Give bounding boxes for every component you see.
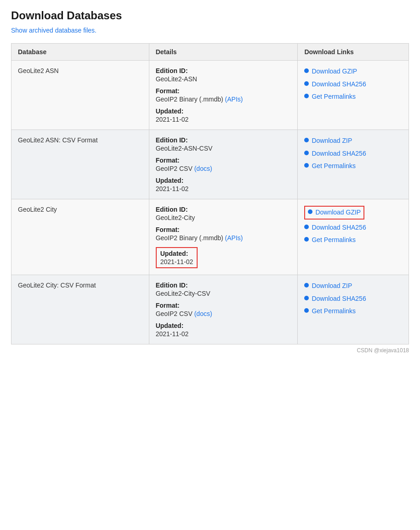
download-link[interactable]: Get Permalinks bbox=[312, 92, 356, 101]
format-link[interactable]: (docs) bbox=[194, 165, 212, 172]
download-link[interactable]: Download SHA256 bbox=[312, 223, 366, 232]
details-cell: Edition ID:GeoLite2-CityFormat:GeoIP2 Bi… bbox=[149, 199, 298, 275]
updated-label: Updated: bbox=[160, 250, 193, 257]
edition-id-label: Edition ID: bbox=[156, 282, 291, 289]
download-link[interactable]: Download SHA256 bbox=[312, 294, 366, 304]
download-link-item: Download SHA256 bbox=[304, 223, 402, 232]
bullet-dot bbox=[304, 81, 309, 86]
updated-value: 2021-11-02 bbox=[160, 258, 193, 265]
download-links-cell: Download GZIPDownload SHA256Get Permalin… bbox=[298, 61, 409, 130]
format-label: Format: bbox=[156, 226, 291, 233]
download-link[interactable]: Download ZIP bbox=[312, 282, 352, 291]
updated-label: Updated: bbox=[156, 177, 291, 184]
download-link[interactable]: Download ZIP bbox=[312, 136, 352, 146]
watermark: CSDN @xiejava1018 bbox=[11, 347, 409, 354]
updated-container: Updated:2021-11-02 bbox=[156, 322, 291, 338]
db-name: GeoLite2 ASN: CSV Format bbox=[18, 136, 98, 144]
bullet-dot bbox=[304, 308, 309, 313]
bullet-dot bbox=[304, 94, 309, 98]
download-links-cell: Download ZIPDownload SHA256Get Permalink… bbox=[298, 130, 409, 199]
download-link[interactable]: Get Permalinks bbox=[312, 236, 356, 245]
format-link[interactable]: (APIs) bbox=[225, 96, 243, 103]
download-link[interactable]: Get Permalinks bbox=[312, 162, 356, 171]
updated-value: 2021-11-02 bbox=[156, 330, 291, 338]
db-name: GeoLite2 ASN bbox=[18, 67, 59, 74]
format-value: GeoIP2 Binary (.mmdb) (APIs) bbox=[156, 234, 291, 242]
bullet-dot bbox=[304, 283, 309, 288]
col-header-download-links: Download Links bbox=[298, 44, 409, 61]
col-header-database: Database bbox=[11, 44, 149, 61]
bullet-dot bbox=[304, 237, 309, 242]
details-cell: Edition ID:GeoLite2-ASN-CSVFormat:GeoIP2… bbox=[149, 130, 298, 199]
edition-id-label: Edition ID: bbox=[156, 67, 291, 74]
edition-id-value: GeoLite2-ASN bbox=[156, 75, 291, 83]
format-link[interactable]: (docs) bbox=[194, 310, 212, 317]
format-label: Format: bbox=[156, 87, 291, 95]
format-value: GeoIP2 CSV (docs) bbox=[156, 165, 291, 172]
edition-id-value: GeoLite2-City bbox=[156, 214, 291, 221]
db-name: GeoLite2 City: CSV Format bbox=[18, 282, 96, 289]
format-value: GeoIP2 CSV (docs) bbox=[156, 310, 291, 317]
updated-label: Updated: bbox=[156, 322, 291, 329]
download-link-item: Download SHA256 bbox=[304, 294, 402, 304]
download-link-item: Download SHA256 bbox=[304, 80, 402, 89]
format-link[interactable]: (APIs) bbox=[225, 234, 243, 242]
table-row: GeoLite2 ASNEdition ID:GeoLite2-ASNForma… bbox=[11, 61, 409, 130]
col-header-details: Details bbox=[149, 44, 298, 61]
table-row: GeoLite2 City: CSV FormatEdition ID:GeoL… bbox=[11, 275, 409, 344]
download-links-cell: Download ZIPDownload SHA256Get Permalink… bbox=[298, 275, 409, 344]
bullet-dot bbox=[304, 151, 309, 155]
download-link-item: Get Permalinks bbox=[304, 92, 402, 101]
download-link-item: Download GZIP bbox=[304, 206, 364, 220]
download-link[interactable]: Get Permalinks bbox=[312, 307, 356, 316]
bullet-dot bbox=[308, 209, 312, 214]
bullet-dot bbox=[304, 138, 309, 142]
updated-container: Updated:2021-11-02 bbox=[156, 247, 198, 268]
updated-label: Updated: bbox=[156, 107, 291, 115]
edition-id-value: GeoLite2-City-CSV bbox=[156, 290, 291, 297]
download-link-item: Download ZIP bbox=[304, 136, 402, 146]
updated-value: 2021-11-02 bbox=[156, 185, 291, 192]
db-name-cell: GeoLite2 City: CSV Format bbox=[11, 275, 149, 344]
updated-container: Updated:2021-11-02 bbox=[156, 177, 291, 192]
table-row: GeoLite2 ASN: CSV FormatEdition ID:GeoLi… bbox=[11, 130, 409, 199]
bullet-dot bbox=[304, 163, 309, 168]
download-link[interactable]: Download SHA256 bbox=[312, 149, 366, 158]
bullet-dot bbox=[304, 68, 309, 73]
details-cell: Edition ID:GeoLite2-City-CSVFormat:GeoIP… bbox=[149, 275, 298, 344]
archived-link[interactable]: Show archived database files. bbox=[11, 27, 96, 34]
updated-container: Updated:2021-11-02 bbox=[156, 107, 291, 123]
edition-id-value: GeoLite2-ASN-CSV bbox=[156, 145, 291, 152]
download-link-item: Get Permalinks bbox=[304, 236, 402, 245]
bullet-dot bbox=[304, 296, 309, 300]
bullet-dot bbox=[304, 225, 309, 229]
table-row: GeoLite2 CityEdition ID:GeoLite2-CityFor… bbox=[11, 199, 409, 275]
format-label: Format: bbox=[156, 157, 291, 164]
download-link-item: Get Permalinks bbox=[304, 307, 402, 316]
format-value: GeoIP2 Binary (.mmdb) (APIs) bbox=[156, 96, 291, 103]
download-links-cell: Download GZIPDownload SHA256Get Permalin… bbox=[298, 199, 409, 275]
download-link[interactable]: Download SHA256 bbox=[312, 80, 366, 89]
updated-value: 2021-11-02 bbox=[156, 116, 291, 123]
download-link-item: Download SHA256 bbox=[304, 149, 402, 158]
download-link-item: Download ZIP bbox=[304, 282, 402, 291]
download-link[interactable]: Download GZIP bbox=[315, 208, 361, 217]
db-name-cell: GeoLite2 City bbox=[11, 199, 149, 275]
edition-id-label: Edition ID: bbox=[156, 206, 291, 213]
download-link-item: Download GZIP bbox=[304, 67, 402, 76]
db-name: GeoLite2 City bbox=[18, 206, 57, 213]
download-link-item: Get Permalinks bbox=[304, 162, 402, 171]
page-title: Download Databases bbox=[11, 9, 409, 22]
format-label: Format: bbox=[156, 302, 291, 309]
edition-id-label: Edition ID: bbox=[156, 136, 291, 144]
databases-table: Database Details Download Links GeoLite2… bbox=[11, 43, 409, 344]
db-name-cell: GeoLite2 ASN bbox=[11, 61, 149, 130]
download-link[interactable]: Download GZIP bbox=[312, 67, 357, 76]
db-name-cell: GeoLite2 ASN: CSV Format bbox=[11, 130, 149, 199]
details-cell: Edition ID:GeoLite2-ASNFormat:GeoIP2 Bin… bbox=[149, 61, 298, 130]
